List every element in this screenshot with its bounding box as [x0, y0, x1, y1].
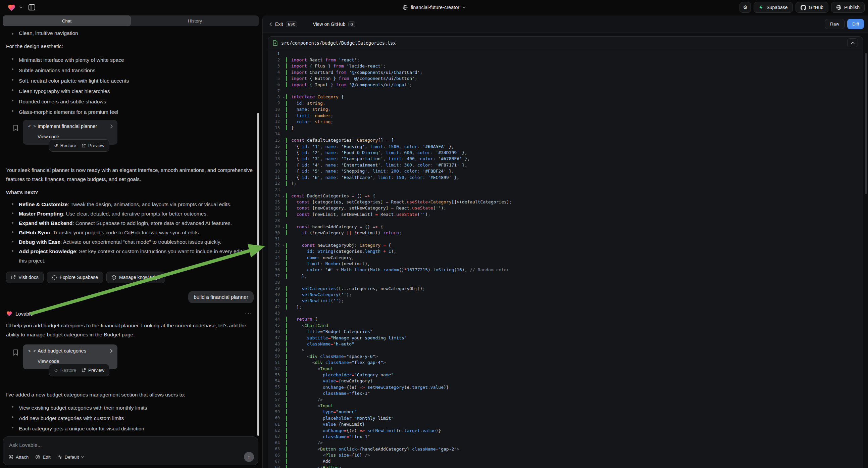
code-toolbar: Exit ESC View on GitHub G Raw Diff	[263, 16, 868, 33]
view-on-github-button[interactable]: View on GitHub G	[313, 22, 355, 27]
manage-knowledge-button[interactable]: Manage knowledge	[106, 272, 165, 283]
chat-bubble-icon	[52, 275, 57, 280]
chat-history-tabs: Chat History	[3, 16, 259, 26]
file-path: src/components/budget/BudgetCategories.t…	[281, 40, 396, 46]
collapse-file-button[interactable]	[847, 38, 858, 47]
restore-preview-pill: ↺ Restore Preview	[49, 364, 110, 376]
code-line: 48 className="h-auto"	[268, 341, 863, 347]
code-line: 49 >	[268, 347, 863, 353]
sidebar-toggle-icon[interactable]	[28, 3, 36, 11]
code-line: 32⌄ const newCategoryObj: Category = {	[268, 242, 863, 248]
file-header[interactable]: src/components/budget/BudgetCategories.t…	[268, 37, 863, 49]
code-line: 67 Add	[268, 458, 863, 464]
code-line: 31	[268, 236, 863, 242]
send-button[interactable]: ↑	[244, 452, 254, 462]
code-line: 11 limit: number;	[268, 113, 863, 118]
code-line: 34 name: newCategory,	[268, 255, 863, 261]
list-item: Glass-morphic elements for a premium fee…	[6, 107, 255, 117]
project-name: financial-future-creator	[411, 5, 459, 10]
list-item: Refine & Customize: Tweak the design, an…	[6, 200, 255, 209]
diff-toggle-button[interactable]: Diff	[847, 19, 864, 29]
edit-button[interactable]: Edit	[35, 455, 50, 460]
design-heading: For the design aesthetic:	[6, 41, 255, 51]
code-line: 41 setNewLimit('');	[268, 298, 863, 304]
added-bullet-list: View existing budget categories with the…	[6, 403, 255, 434]
code-line: 30 if (!newCategory || !newLimit) return…	[268, 230, 863, 236]
code-line: 10 name: string;	[268, 107, 863, 113]
publish-globe-icon	[836, 5, 841, 10]
view-code-link[interactable]: View code	[38, 358, 59, 364]
fold-caret-icon[interactable]: ⌄	[281, 243, 286, 247]
list-item: Minimalist interface with plenty of whit…	[6, 55, 255, 65]
code-line: 66 <Plus size={16} />	[268, 452, 863, 458]
code-line: 40 setNewCategory('');	[268, 291, 863, 297]
preview-button[interactable]: Preview	[82, 368, 104, 373]
code-line: 52 <Input	[268, 365, 863, 372]
manage-knowledge-label: Manage knowledge	[119, 274, 160, 280]
restore-label: Restore	[60, 143, 76, 148]
github-button[interactable]: GitHub	[796, 2, 829, 13]
file-plus-icon	[273, 40, 278, 46]
code-line: 9 id: string;	[268, 100, 863, 106]
tab-history[interactable]: History	[131, 16, 259, 26]
visit-docs-button[interactable]: Visit docs	[6, 272, 43, 283]
chat-input[interactable]	[9, 441, 252, 449]
attach-button[interactable]: Attach	[8, 455, 29, 460]
code-line: 43	[268, 310, 863, 316]
chevron-left-icon	[270, 22, 272, 27]
bookmark-icon[interactable]	[13, 349, 19, 356]
bookmark-icon[interactable]	[13, 124, 19, 131]
user-message: build a financial planner	[188, 291, 254, 303]
workspace-chevron-down-icon[interactable]	[19, 6, 23, 8]
fold-caret-icon[interactable]: ⌄	[281, 225, 286, 228]
supabase-button[interactable]: Supabase	[753, 2, 793, 13]
restore-button[interactable]: ↺ Restore	[54, 143, 76, 148]
fold-caret-icon[interactable]: ⌄	[281, 194, 286, 197]
code-line: 58 <Input	[268, 403, 863, 409]
raw-toggle-button[interactable]: Raw	[825, 19, 844, 29]
explore-supabase-label: Explore Supabase	[60, 274, 98, 280]
message-menu-icon[interactable]: ···	[245, 311, 252, 317]
code-line: 47 subtitle="Manage your spending limits…	[268, 335, 863, 341]
view-code-link[interactable]: View code	[38, 134, 59, 139]
code-line: 35 limit: Number(newLimit),	[268, 261, 863, 267]
project-chevron-down-icon	[462, 6, 466, 8]
code-line: 19 { id: '4', name: 'Entertainment', lim…	[268, 162, 863, 168]
code-line: 38	[268, 279, 863, 285]
next-steps-list: Refine & Customize: Tweak the design, an…	[6, 200, 255, 266]
chat-scrollbar[interactable]	[257, 113, 259, 436]
explore-supabase-button[interactable]: Explore Supabase	[47, 272, 103, 283]
code-scrollbar[interactable]	[865, 53, 867, 194]
fold-caret-icon[interactable]: ⌄	[281, 139, 286, 142]
list-item: Debug with Ease: Activate our experiment…	[6, 237, 255, 247]
publish-button[interactable]: Publish	[831, 2, 865, 13]
code-line: 1	[268, 51, 863, 57]
code-line: 22];	[268, 180, 863, 186]
code-line: 42 };	[268, 304, 863, 310]
fold-caret-icon[interactable]: ⌄	[281, 95, 286, 99]
mode-select[interactable]: Default	[57, 455, 85, 460]
code-editor[interactable]: 12import React from 'react';3import { Pl…	[268, 49, 863, 468]
lovable-logo[interactable]	[7, 4, 16, 11]
tab-chat[interactable]: Chat	[3, 16, 131, 26]
assistant-name: Lovable	[16, 311, 33, 317]
exit-button[interactable]: Exit ESC	[270, 22, 297, 27]
code-line: 20 { id: '5', name: 'Shopping', limit: 2…	[268, 168, 863, 174]
list-item: Subtle animations and transitions	[6, 65, 255, 76]
ready-paragraph: Your sleek financial planner is now read…	[6, 166, 255, 184]
chevron-right-icon	[110, 349, 113, 353]
preview-button[interactable]: Preview	[82, 143, 104, 148]
project-switcher[interactable]: financial-future-creator	[402, 0, 466, 15]
gear-icon: ⚙	[743, 4, 748, 10]
list-item: Add project knowledge: Set key context o…	[6, 247, 255, 266]
chat-messages[interactable]: Clean, intuitive navigation For the desi…	[2, 27, 260, 436]
code-line: 2import React from 'react';	[268, 57, 863, 63]
code-line: 13}	[268, 125, 863, 131]
restore-button[interactable]: ↺ Restore	[54, 368, 76, 373]
code-line: 51 <div className="flex gap-4">	[268, 359, 863, 365]
code-line: 36 color: '#' + Math.floor(Math.random()…	[268, 267, 863, 273]
settings-button[interactable]: ⚙	[740, 2, 751, 13]
code-line: 63 className="flex-1"	[268, 433, 863, 439]
code-line: 45 <ChartCard	[268, 322, 863, 328]
code-line: 61 value={newLimit}	[268, 421, 863, 427]
